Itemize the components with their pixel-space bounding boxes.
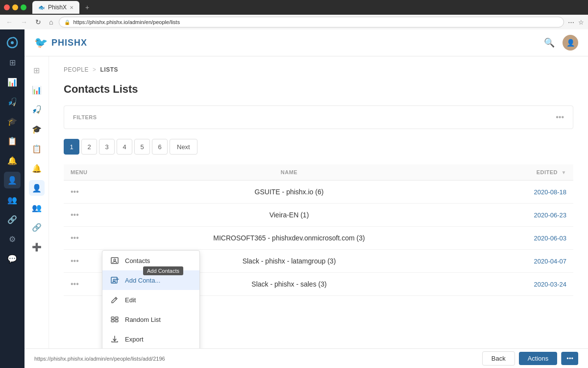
back-button[interactable]: Back bbox=[482, 351, 515, 366]
row-name-2: Vieira-EN (1) bbox=[103, 204, 475, 227]
logo-area: 🐦 PHISHX bbox=[34, 36, 87, 49]
row-date-3: 2020-06-03 bbox=[475, 227, 573, 250]
page-sidebar-bell[interactable]: 🔔 bbox=[29, 160, 45, 176]
row-menu-button-1[interactable]: ••• bbox=[71, 187, 79, 196]
actions-button[interactable]: Actions bbox=[519, 352, 558, 365]
sidebar-item-dashboard[interactable]: ⊞ bbox=[4, 54, 21, 71]
sidebar-item-groups[interactable]: 👥 bbox=[4, 191, 21, 208]
rail-logo bbox=[4, 34, 21, 51]
sidebar-item-people[interactable]: 👤 bbox=[4, 172, 21, 188]
breadcrumb-people[interactable]: PEOPLE bbox=[64, 66, 89, 73]
sidebar-item-integrations[interactable]: 🔗 bbox=[4, 211, 21, 228]
filters-section: FILTERS ••• bbox=[64, 105, 573, 129]
breadcrumb: PEOPLE > LISTS bbox=[64, 66, 573, 73]
page-button-1[interactable]: 1 bbox=[64, 139, 79, 155]
search-button[interactable]: 🔍 bbox=[544, 37, 555, 48]
page-sidebar: ⊞ 📊 🎣 🎓 📋 🔔 👤 👥 🔗 ➕ bbox=[24, 56, 49, 348]
filters-options-button[interactable]: ••• bbox=[556, 113, 564, 122]
page-sidebar-dashboard[interactable]: ⊞ bbox=[29, 62, 45, 78]
edit-icon bbox=[109, 294, 120, 305]
new-tab-button[interactable]: + bbox=[81, 1, 93, 13]
tooltip-add-contacts: Add Contacts bbox=[143, 266, 183, 275]
row-menu-button-3[interactable]: ••• bbox=[71, 234, 79, 242]
main-content: 🐦 PHISHX 🔍 👤 ⊞ 📊 🎣 🎓 📋 🔔 👤 👥 🔗 ➕ bbox=[24, 29, 588, 368]
browser-actions: ⋯ ☆ bbox=[568, 19, 584, 26]
row-date-4: 2020-04-07 bbox=[475, 250, 573, 273]
page-button-3[interactable]: 3 bbox=[99, 139, 115, 155]
page-button-6[interactable]: 6 bbox=[152, 139, 168, 155]
page-sidebar-integrations[interactable]: 🔗 bbox=[29, 219, 45, 235]
status-url: https://phishx.phishx.io/admin/en/people… bbox=[34, 356, 165, 362]
pagination: 1 2 3 4 5 6 Next bbox=[64, 139, 573, 155]
sidebar-item-phishing[interactable]: 🎣 bbox=[4, 93, 21, 110]
page-main: PEOPLE > LISTS Contacts Lists FILTERS ••… bbox=[49, 56, 588, 348]
col-header-menu: MENU bbox=[64, 164, 103, 181]
row-date-1: 2020-08-18 bbox=[475, 181, 573, 204]
forward-nav-button[interactable]: → bbox=[19, 17, 29, 27]
add-contacts-icon bbox=[109, 275, 120, 286]
close-window-button[interactable] bbox=[4, 4, 10, 10]
page-button-5[interactable]: 5 bbox=[134, 139, 150, 155]
table-row: ••• MICROSOFT365 - phishxdev.onmicrosoft… bbox=[64, 227, 573, 250]
sidebar-item-settings[interactable]: ⚙ bbox=[4, 231, 21, 247]
tab-bar: 🐟 PhishX ✕ + bbox=[0, 0, 588, 15]
minimize-window-button[interactable] bbox=[12, 4, 18, 10]
svg-point-4 bbox=[113, 279, 115, 281]
dropdown-item-export[interactable]: Export bbox=[102, 329, 199, 348]
address-bar[interactable]: 🔒 https://phishx.phishx.io/admin/en/peop… bbox=[59, 17, 564, 27]
svg-rect-1 bbox=[111, 258, 118, 263]
breadcrumb-current: LISTS bbox=[100, 66, 119, 73]
user-avatar[interactable]: 👤 bbox=[563, 35, 578, 51]
svg-rect-7 bbox=[111, 320, 114, 322]
bottom-actions: Back Actions ••• bbox=[482, 351, 578, 366]
row-date-2: 2020-06-23 bbox=[475, 204, 573, 227]
col-header-edited: EDITED ▼ bbox=[475, 164, 573, 181]
page-sidebar-people[interactable]: 👤 bbox=[29, 180, 45, 196]
row-menu-button-5[interactable]: ••• bbox=[71, 280, 79, 289]
page-sidebar-phishing[interactable]: 🎣 bbox=[29, 102, 45, 117]
app: ⊞ 📊 🎣 🎓 📋 🔔 👤 👥 🔗 ⚙ 💬 🐦 PHISHX 🔍 👤 bbox=[0, 29, 588, 368]
page-sidebar-training[interactable]: 🎓 bbox=[29, 121, 45, 137]
top-bar: 🐦 PHISHX 🔍 👤 bbox=[24, 29, 588, 56]
dropdown-item-random-list[interactable]: Random List bbox=[102, 310, 199, 329]
icon-rail: ⊞ 📊 🎣 🎓 📋 🔔 👤 👥 🔗 ⚙ 💬 bbox=[0, 29, 24, 368]
page-sidebar-campaigns[interactable]: 📊 bbox=[29, 82, 45, 98]
page-sidebar-reports[interactable]: 📋 bbox=[29, 141, 45, 157]
reload-button[interactable]: ↻ bbox=[33, 17, 43, 27]
tab-close-button[interactable]: ✕ bbox=[70, 5, 74, 10]
page-sidebar-groups[interactable]: 👥 bbox=[29, 200, 45, 215]
row-menu-button-4[interactable]: ••• bbox=[71, 257, 79, 265]
home-button[interactable]: ⌂ bbox=[47, 17, 55, 27]
active-tab[interactable]: 🐟 PhishX ✕ bbox=[32, 1, 79, 14]
svg-rect-6 bbox=[115, 317, 118, 319]
address-bar-row: ← → ↻ ⌂ 🔒 https://phishx.phishx.io/admin… bbox=[0, 15, 588, 29]
actions-more-button[interactable]: ••• bbox=[561, 352, 578, 365]
page-next-button[interactable]: Next bbox=[170, 139, 197, 155]
traffic-lights bbox=[4, 4, 26, 10]
svg-rect-5 bbox=[111, 317, 114, 319]
row-date-5: 2020-03-24 bbox=[475, 273, 573, 296]
sort-arrow-icon: ▼ bbox=[562, 170, 566, 175]
table-row: ••• GSUITE - phishx.io (6) 2020-08-18 bbox=[64, 181, 573, 204]
page-title: Contacts Lists bbox=[64, 83, 573, 96]
table-row: ••• Vieira-EN (1) 2020-06-23 bbox=[64, 204, 573, 227]
maximize-window-button[interactable] bbox=[21, 4, 26, 10]
bookmark-icon[interactable]: ☆ bbox=[578, 19, 584, 26]
page-sidebar-user-add[interactable]: ➕ bbox=[29, 239, 45, 255]
sidebar-item-support[interactable]: 💬 bbox=[4, 250, 21, 267]
back-nav-button[interactable]: ← bbox=[4, 17, 15, 27]
dropdown-item-edit[interactable]: Edit bbox=[102, 290, 199, 310]
row-menu-button-2[interactable]: ••• bbox=[71, 210, 79, 219]
dropdown-label-export: Export bbox=[125, 336, 144, 343]
page-button-2[interactable]: 2 bbox=[81, 139, 97, 155]
sidebar-item-alerts[interactable]: 🔔 bbox=[4, 152, 21, 169]
dropdown-label-edit: Edit bbox=[125, 296, 136, 304]
svg-rect-3 bbox=[111, 277, 117, 283]
sidebar-item-training[interactable]: 🎓 bbox=[4, 113, 21, 130]
sidebar-item-campaigns[interactable]: 📊 bbox=[4, 74, 21, 90]
page-button-4[interactable]: 4 bbox=[117, 139, 132, 155]
browser-chrome: 🐟 PhishX ✕ + ← → ↻ ⌂ 🔒 https://phishx.ph… bbox=[0, 0, 588, 29]
extensions-button[interactable]: ⋯ bbox=[568, 19, 574, 26]
dropdown-label-contacts: Contacts bbox=[125, 257, 150, 264]
sidebar-item-reports[interactable]: 📋 bbox=[4, 132, 21, 149]
